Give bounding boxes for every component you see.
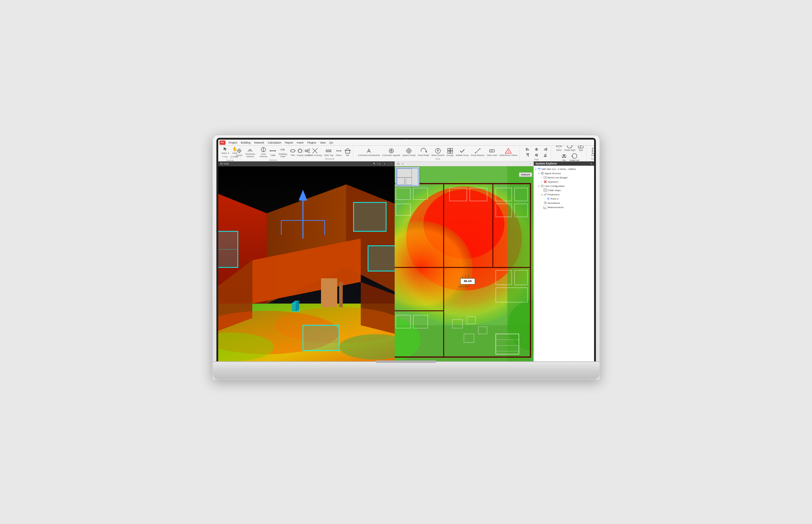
svg-rect-73 xyxy=(544,150,547,150)
view-3d-minimize-button[interactable]: – xyxy=(387,162,389,165)
cable-crossing-label: Cable Crossing xyxy=(308,154,322,157)
scene-3d-svg xyxy=(218,166,395,369)
general-section-label: General xyxy=(226,159,234,161)
align-left-button[interactable] xyxy=(523,147,532,152)
site-label: Site xyxy=(346,154,349,157)
align-right-button[interactable] xyxy=(541,147,550,152)
svg-rect-82 xyxy=(545,153,546,157)
screen-bezel: Pro Project Building Network Calculation… xyxy=(217,138,596,371)
tree-item-signal-sources[interactable]: ▼ Signal Sources xyxy=(535,171,593,175)
site-button[interactable]: Site xyxy=(344,147,352,157)
align-center-button[interactable] xyxy=(532,147,541,152)
directional-antenna-button[interactable]: Directional Antenna xyxy=(243,146,258,159)
menu-bar: Pro Project Building Network Calculation… xyxy=(218,140,594,146)
tree-label-rssi: RSSI 0 xyxy=(551,197,558,200)
svg-line-192 xyxy=(545,203,546,203)
cable-device-failure-button[interactable]: Cable/Device Failure xyxy=(498,147,518,157)
tree-label-operator1: Operator1 xyxy=(548,181,559,183)
smart-rotate-button[interactable]: Smart Rotate xyxy=(417,147,430,157)
menu-report[interactable]: Report xyxy=(283,141,294,145)
svg-point-42 xyxy=(407,149,411,153)
tree-item-operator1[interactable]: ▷ Operator1 xyxy=(535,180,593,184)
menu-building[interactable]: Building xyxy=(239,141,252,145)
mirror-button[interactable]: Mirror xyxy=(555,146,563,152)
tree-arrow-wifi-root: ▼ xyxy=(535,168,537,170)
select-label: Select ▼ xyxy=(222,152,229,154)
group-measure-button[interactable]: Group Measure xyxy=(470,147,485,157)
select-button[interactable]: Select ▼ xyxy=(221,146,230,155)
tree-arrow-wired-link: ▷ xyxy=(541,176,543,179)
svg-rect-37 xyxy=(346,150,350,153)
svg-point-12 xyxy=(275,150,276,151)
measurements-icon xyxy=(543,206,547,209)
arrange-label: Arrange xyxy=(446,154,453,157)
filter-label: Filter xyxy=(291,154,295,157)
style-button[interactable]: Style xyxy=(576,146,585,152)
menu-plugins[interactable]: Plugins xyxy=(306,141,318,145)
tree-item-predictions[interactable]: ▼ Predictions xyxy=(535,192,593,197)
svg-rect-185 xyxy=(544,189,547,192)
tree-arrow-user-config: ▼ xyxy=(538,185,540,187)
tree-item-measurements[interactable]: Measurements xyxy=(535,205,593,209)
menu-view[interactable]: View xyxy=(318,141,327,145)
omni-antenna-label: Omni Antenna xyxy=(259,153,268,158)
menu-qa[interactable]: QA xyxy=(328,141,335,145)
cable-label-button[interactable]: Cable Label xyxy=(485,147,498,157)
view-3d-close-button[interactable]: × xyxy=(391,162,393,165)
match-azimuth-button[interactable]: Match Azimuth xyxy=(430,147,445,157)
explorer-close-button[interactable]: × xyxy=(591,162,592,165)
cut-button[interactable]: ✂ Cut xyxy=(221,155,229,159)
coupler-button[interactable]: Coupler xyxy=(297,147,304,157)
operator-icon xyxy=(543,180,547,183)
view-2d-close-button[interactable]: × xyxy=(529,162,532,165)
radiating-cable-button[interactable]: Radiating Cable xyxy=(277,146,289,159)
validate-group-button[interactable]: Validate Group xyxy=(455,147,469,157)
source-icon xyxy=(236,148,242,154)
tree-label-signal-sources: Signal Sources xyxy=(545,172,561,175)
tree-label-predictions: Predictions xyxy=(548,193,560,196)
svg-point-184 xyxy=(542,186,543,186)
tree-item-rssi[interactable]: RSSI 0 xyxy=(535,197,593,201)
source-button[interactable]: Source xyxy=(236,147,242,157)
arrange-button[interactable]: Arrange xyxy=(446,147,454,157)
tree-item-simulations[interactable]: Simulations xyxy=(535,201,593,205)
rotate-left-button[interactable]: Rotate Left xyxy=(569,152,580,161)
svg-rect-72 xyxy=(545,148,547,149)
svg-point-11 xyxy=(270,150,271,151)
tree-item-wifi-root[interactable]: ▼ WiFi 802.11n - 2.4GHz - 20MHz xyxy=(535,167,593,171)
svg-rect-81 xyxy=(544,154,545,157)
tree-item-wired-link[interactable]: ▷ Wired Link Budget xyxy=(535,175,593,180)
omni-antenna-button[interactable]: Omni Antenna xyxy=(258,146,269,159)
simulations-icon xyxy=(543,201,547,205)
cable-tray-button[interactable]: Cable Tray xyxy=(323,147,334,157)
align-top-button[interactable] xyxy=(523,152,532,158)
flip-button[interactable]: Flip xyxy=(560,152,568,161)
flip-label: Flip xyxy=(562,159,566,161)
view-3d-pin-button[interactable]: ▾ xyxy=(383,162,386,165)
align-middle-button[interactable] xyxy=(532,152,541,158)
rotate-right-button[interactable]: Rotate Right xyxy=(563,146,576,152)
others-button[interactable]: Others xyxy=(335,147,343,157)
subview-button[interactable]: Subview xyxy=(590,147,594,157)
menu-calculation[interactable]: Calculation xyxy=(267,141,283,145)
network-button[interactable]: Network xyxy=(519,173,532,177)
system-design-button[interactable]: System Design xyxy=(401,147,416,157)
validate-group-icon xyxy=(459,148,465,154)
tree-label-wifi-root: WiFi 802.11n - 2.4GHz - 20MHz xyxy=(542,168,576,170)
device-buttons-row1: Source Directional Antenna xyxy=(236,146,311,159)
tree-item-traffic-maps[interactable]: Traffic Maps xyxy=(535,188,593,192)
filter-button[interactable]: Filter xyxy=(289,147,297,157)
toolbar-section-align: Align xyxy=(522,146,551,161)
menu-project[interactable]: Project xyxy=(227,141,239,145)
menu-network[interactable]: Network xyxy=(253,141,266,145)
system-design-icon xyxy=(405,148,412,154)
menu-insert[interactable]: Insert xyxy=(295,141,305,145)
cable-crossing-button[interactable]: Cable Crossing xyxy=(307,147,322,157)
svg-rect-122 xyxy=(339,282,343,308)
cable-button[interactable]: Cable xyxy=(269,147,276,157)
tree-item-user-config[interactable]: ▼ User Configuration xyxy=(535,184,593,188)
connection-assistant-button[interactable]: Connection Assistant/Life xyxy=(357,147,381,157)
canvas-3d xyxy=(218,166,395,369)
align-bottom-button[interactable] xyxy=(541,152,550,158)
connection-upgrade-button[interactable]: Connection Upgrade xyxy=(381,147,401,157)
